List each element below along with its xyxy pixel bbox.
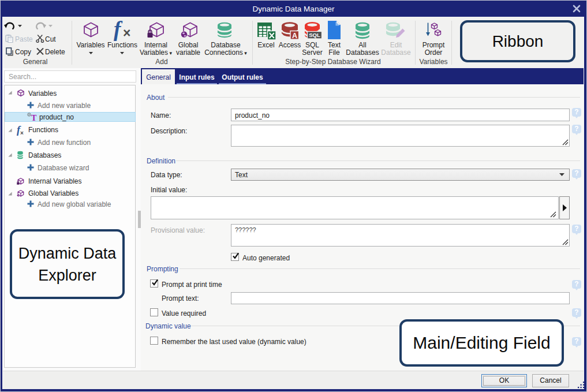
svg-text:SQL: SQL xyxy=(309,32,320,38)
svg-text:A: A xyxy=(292,32,297,40)
